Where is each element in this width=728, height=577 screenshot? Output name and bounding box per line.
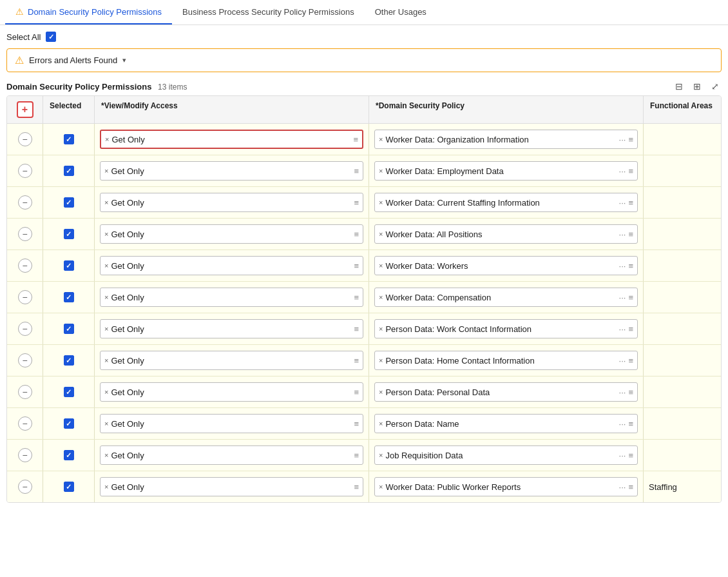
domain-ellipsis[interactable]: ··· (619, 387, 626, 397)
access-field[interactable]: × Get Only ≡ (100, 130, 363, 149)
domain-ellipsis[interactable]: ··· (619, 261, 626, 271)
domain-ellipsis[interactable]: ··· (619, 135, 626, 144)
domain-field[interactable]: × Person Data: Work Contact Information … (374, 319, 638, 338)
remove-row-btn[interactable]: − (18, 164, 32, 178)
access-menu-icon[interactable]: ≡ (354, 230, 359, 239)
domain-menu-icon[interactable]: ≡ (628, 230, 633, 239)
access-tag-x[interactable]: × (104, 451, 108, 459)
access-menu-icon[interactable]: ≡ (353, 135, 358, 144)
domain-ellipsis[interactable]: ··· (619, 230, 626, 239)
remove-row-btn[interactable]: − (18, 353, 32, 367)
domain-menu-icon[interactable]: ≡ (628, 261, 633, 271)
remove-row-btn[interactable]: − (18, 480, 32, 494)
access-tag-x[interactable]: × (105, 135, 109, 143)
access-tag-x[interactable]: × (104, 167, 108, 175)
tab-other[interactable]: Other Usages (365, 1, 437, 24)
domain-field[interactable]: × Worker Data: Current Staffing Informat… (374, 193, 638, 212)
domain-menu-icon[interactable]: ≡ (628, 482, 633, 492)
domain-tag-x[interactable]: × (379, 420, 383, 427)
access-field[interactable]: × Get Only ≡ (100, 414, 363, 433)
domain-field[interactable]: × Person Data: Home Contact Information … (374, 351, 638, 370)
domain-menu-icon[interactable]: ≡ (628, 324, 633, 334)
domain-tag-x[interactable]: × (379, 230, 383, 238)
domain-menu-icon[interactable]: ≡ (628, 387, 633, 397)
domain-menu-icon[interactable]: ≡ (628, 356, 633, 366)
domain-menu-icon[interactable]: ≡ (628, 293, 633, 302)
remove-row-btn[interactable]: − (18, 227, 32, 241)
domain-menu-icon[interactable]: ≡ (628, 135, 633, 144)
row-checkbox[interactable] (64, 355, 74, 366)
domain-tag-x[interactable]: × (379, 357, 383, 364)
access-menu-icon[interactable]: ≡ (354, 261, 359, 271)
expand-btn[interactable]: ⤢ (709, 80, 722, 93)
domain-tag-x[interactable]: × (379, 199, 383, 206)
access-field[interactable]: × Get Only ≡ (100, 256, 363, 275)
access-tag-x[interactable]: × (104, 483, 108, 491)
access-field[interactable]: × Get Only ≡ (100, 319, 363, 338)
domain-field[interactable]: × Job Requisition Data ··· ≡ (374, 445, 638, 465)
access-menu-icon[interactable]: ≡ (354, 451, 359, 460)
domain-tag-x[interactable]: × (379, 135, 383, 143)
domain-tag-x[interactable]: × (379, 293, 383, 301)
domain-menu-icon[interactable]: ≡ (628, 451, 633, 460)
row-checkbox[interactable] (64, 229, 74, 239)
select-all-checkbox[interactable] (46, 32, 56, 42)
access-tag-x[interactable]: × (104, 262, 108, 269)
row-checkbox[interactable] (64, 292, 74, 302)
domain-menu-icon[interactable]: ≡ (628, 419, 633, 429)
tab-domain[interactable]: ⚠ Domain Security Policy Permissions (5, 0, 172, 24)
remove-row-btn[interactable]: − (18, 416, 32, 431)
domain-ellipsis[interactable]: ··· (619, 324, 626, 334)
filter-btn[interactable]: ⊟ (673, 80, 685, 93)
domain-ellipsis[interactable]: ··· (619, 356, 626, 366)
access-menu-icon[interactable]: ≡ (354, 419, 359, 429)
access-tag-x[interactable]: × (104, 420, 108, 427)
domain-ellipsis[interactable]: ··· (619, 166, 626, 176)
domain-tag-x[interactable]: × (379, 451, 383, 459)
access-menu-icon[interactable]: ≡ (354, 387, 359, 397)
access-tag-x[interactable]: × (104, 357, 108, 364)
domain-field[interactable]: × Worker Data: Compensation ··· ≡ (374, 288, 638, 307)
access-field[interactable]: × Get Only ≡ (100, 193, 363, 212)
remove-row-btn[interactable]: − (18, 259, 32, 273)
domain-tag-x[interactable]: × (379, 483, 383, 491)
domain-ellipsis[interactable]: ··· (619, 451, 626, 460)
access-tag-x[interactable]: × (104, 293, 108, 301)
domain-field[interactable]: × Worker Data: Workers ··· ≡ (374, 256, 638, 275)
row-checkbox[interactable] (64, 134, 74, 144)
row-checkbox[interactable] (64, 387, 74, 397)
remove-row-btn[interactable]: − (18, 322, 32, 336)
domain-tag-x[interactable]: × (379, 325, 383, 333)
remove-row-btn[interactable]: − (18, 448, 32, 462)
remove-row-btn[interactable]: − (18, 385, 32, 399)
access-field[interactable]: × Get Only ≡ (100, 288, 363, 307)
access-field[interactable]: × Get Only ≡ (100, 224, 363, 244)
domain-field[interactable]: × Worker Data: All Positions ··· ≡ (374, 224, 638, 244)
columns-btn[interactable]: ⊞ (691, 80, 704, 93)
remove-row-btn[interactable]: − (18, 195, 32, 210)
access-field[interactable]: × Get Only ≡ (100, 161, 363, 181)
access-field[interactable]: × Get Only ≡ (100, 351, 363, 370)
access-tag-x[interactable]: × (104, 388, 108, 396)
access-field[interactable]: × Get Only ≡ (100, 477, 363, 496)
domain-tag-x[interactable]: × (379, 388, 383, 396)
row-checkbox[interactable] (64, 482, 74, 492)
domain-field[interactable]: × Worker Data: Employment Data ··· ≡ (374, 161, 638, 181)
access-field[interactable]: × Get Only ≡ (100, 445, 363, 465)
domain-menu-icon[interactable]: ≡ (628, 198, 633, 208)
row-checkbox[interactable] (64, 197, 74, 208)
access-menu-icon[interactable]: ≡ (354, 293, 359, 302)
remove-row-btn[interactable]: − (18, 132, 32, 146)
domain-ellipsis[interactable]: ··· (619, 293, 626, 302)
domain-ellipsis[interactable]: ··· (619, 198, 626, 208)
tab-business[interactable]: Business Process Security Policy Permiss… (172, 1, 365, 24)
access-field[interactable]: × Get Only ≡ (100, 382, 363, 402)
row-checkbox[interactable] (64, 324, 74, 334)
access-tag-x[interactable]: × (104, 325, 108, 333)
row-checkbox[interactable] (64, 260, 74, 271)
domain-tag-x[interactable]: × (379, 167, 383, 175)
access-menu-icon[interactable]: ≡ (354, 356, 359, 366)
row-checkbox[interactable] (64, 450, 74, 460)
domain-field[interactable]: × Person Data: Personal Data ··· ≡ (374, 382, 638, 402)
row-checkbox[interactable] (64, 418, 74, 429)
